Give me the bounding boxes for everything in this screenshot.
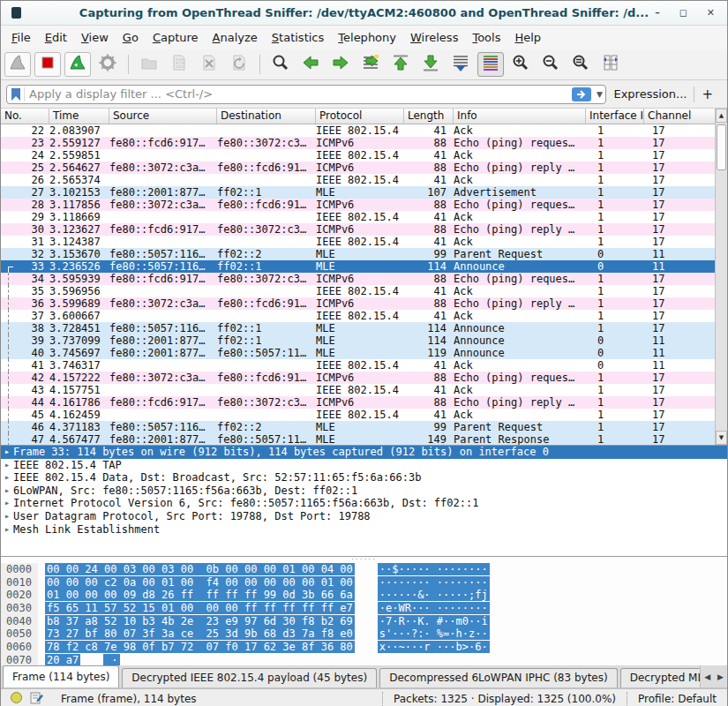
tab-decompressed-6lowpan-iphc-83-bytes[interactable]: Decompressed 6LoWPAN IPHC (83 bytes) [379,668,618,687]
menu-tools[interactable]: Tools [465,28,507,47]
column-header-no[interactable]: No. [1,109,49,124]
close-file-button[interactable] [196,52,222,77]
table-row[interactable]: 413.746317IEEE 802.15.441Ack011 [1,359,715,372]
find-packet-button[interactable] [267,52,294,77]
next-packet-button[interactable] [327,52,354,77]
expand-arrow-icon[interactable]: ▸ [1,459,13,472]
hex-ascii[interactable]: · [103,654,119,665]
menu-statistics[interactable]: Statistics [265,28,331,47]
table-row[interactable]: 283.117856fe80::3072:c3a…fe80::fcd6:91…I… [1,199,715,211]
first-packet-button[interactable] [387,52,414,77]
tab-decrypted-ieee-802-15-4-payload-45-bytes[interactable]: Decrypted IEEE 802.15.4 payload (45 byte… [122,668,377,687]
table-row[interactable]: 303.123627fe80::fcd6:917…fe80::3072:c3…I… [1,223,715,236]
table-row[interactable]: 293.118669IEEE 802.15.441Ack117 [1,211,715,223]
table-row[interactable]: 434.157751IEEE 802.15.441Ack117 [1,384,715,396]
hex-bytes[interactable]: 78 f2 c8 7e 98 0f b7 72 07 f0 17 62 3e 8… [45,641,355,653]
hex-ascii[interactable]: ········ ········ [378,576,490,589]
expand-arrow-icon[interactable]: ▸ [1,523,13,537]
hex-row[interactable]: 007020 a7 · [1,654,727,665]
hex-bytes[interactable]: 00 00 24 00 03 00 03 00 0b 00 00 00 01 0… [45,563,355,575]
stop-capture-button[interactable] [34,52,61,77]
colorize-button[interactable] [477,52,504,77]
table-row[interactable]: 403.745697fe80::2001:877…fe80::5057:11…M… [1,347,715,359]
table-row[interactable]: 313.124387IEEE 802.15.441Ack117 [1,236,715,248]
table-row[interactable]: 373.600667IEEE 802.15.441Ack117 [1,310,715,322]
hex-row[interactable]: 0040b8 37 a8 52 10 b3 4b 2e 23 e9 97 6d … [1,615,727,628]
menu-help[interactable]: Help [507,28,548,47]
open-file-button[interactable] [136,52,162,77]
table-row[interactable]: 444.161786fe80::fcd6:917…fe80::3072:c3…I… [1,396,715,409]
table-row[interactable]: 323.153670fe80::5057:116…ff02::2MLE99Par… [1,248,715,260]
hex-ascii[interactable]: ··$····· ········ [378,563,490,575]
close-button[interactable]: ✕ [707,7,715,19]
expert-info-icon[interactable] [10,691,23,706]
maximize-button[interactable]: ◻ [679,7,687,19]
hex-bytes[interactable]: f5 65 11 57 52 15 01 00 00 00 ff ff ff f… [45,602,355,614]
menu-telephony[interactable]: Telephony [331,28,403,47]
column-header-length[interactable]: Length [404,109,454,124]
table-row[interactable]: 343.595939fe80::fcd6:917…fe80::3072:c3…I… [1,273,715,285]
hex-row[interactable]: 006078 f2 c8 7e 98 0f b7 72 07 f0 17 62 … [1,641,727,654]
expand-arrow-icon[interactable]: ▸ [1,484,13,498]
add-filter-button[interactable]: + [694,86,722,102]
tab-frame-114-bytes[interactable]: Frame (114 bytes) [3,665,119,687]
scrollbar-thumb[interactable] [717,124,726,170]
column-header-source[interactable]: Source [109,109,217,124]
zoom-reset-button[interactable] [567,52,594,77]
hex-bytes[interactable]: b8 37 a8 52 10 b3 4b 2e 23 e9 97 6d 30 f… [45,615,355,627]
column-header-protocol[interactable]: Protocol [316,109,404,124]
table-row[interactable]: 454.162459IEEE 802.15.441Ack117 [1,409,715,421]
hex-row[interactable]: 001000 00 00 c2 0a 00 01 00 f4 00 00 00 … [1,576,727,590]
table-row[interactable]: 262.565374IEEE 802.15.441Ack117 [1,174,715,186]
hex-bytes[interactable]: 00 00 00 c2 0a 00 01 00 f4 00 00 00 00 0… [45,576,355,589]
hex-bytes[interactable]: 73 27 bf 80 07 3f 3a ce 25 3d 9b 68 d3 7… [45,627,355,640]
expand-arrow-icon[interactable]: ▸ [1,471,13,484]
hex-ascii[interactable]: ······&· ·····;fj [378,589,490,601]
hex-row[interactable]: 005073 27 bf 80 07 3f 3a ce 25 3d 9b 68 … [1,627,727,641]
go-to-packet-button[interactable] [357,52,384,77]
table-row[interactable]: 353.596956IEEE 802.15.441Ack117 [1,285,715,297]
capture-comment-icon[interactable] [30,691,43,706]
table-row[interactable]: 273.102153fe80::2001:877…ff02::1MLE107Ad… [1,186,715,199]
expand-arrow-icon[interactable]: ▸ [1,510,13,523]
menu-file[interactable]: File [4,28,38,47]
apply-filter-button[interactable] [572,87,591,101]
scroll-up-icon[interactable]: ▲ [716,109,727,123]
table-row[interactable]: 333.236526fe80::5057:116…ff02::1MLE114An… [1,260,715,273]
hex-bytes[interactable]: 01 00 00 00 09 d8 26 ff ff ff ff 99 0d 3… [45,589,355,601]
table-row[interactable]: 232.559127fe80::fcd6:917…fe80::3072:c3…I… [1,137,715,149]
column-header-interface-id[interactable]: Interface ID [586,109,644,124]
hex-ascii[interactable]: x··~···r ···b>·6· [378,641,490,653]
last-packet-button[interactable] [417,52,444,77]
column-header-destination[interactable]: Destination [217,109,316,124]
hex-bytes[interactable]: 20 a7 [45,654,80,665]
previous-packet-button[interactable] [297,52,324,77]
table-row[interactable]: 363.599689fe80::3072:c3a…fe80::fcd6:91…I… [1,297,715,310]
hex-ascii[interactable]: ·e·WR··· ········ [378,602,490,614]
detail-line[interactable]: ▸6LoWPAN, Src: fe80::5057:1165:f56a:663b… [1,484,727,498]
expand-arrow-icon[interactable]: ▸ [1,497,13,510]
table-row[interactable]: 464.371183fe80::5057:116…ff02::2MLE99Par… [1,421,715,433]
detail-line[interactable]: ▸Frame 33: 114 bytes on wire (912 bits),… [1,446,727,459]
bookmark-icon[interactable] [7,87,25,101]
table-row[interactable]: 474.567477fe80::2001:877…fe80::5057:11…M… [1,433,715,445]
scroll-down-icon[interactable]: ▼ [716,431,727,445]
menu-analyze[interactable]: Analyze [206,28,265,47]
hex-row[interactable]: 000000 00 24 00 03 00 03 00 0b 00 00 00 … [1,563,727,576]
column-header-time[interactable]: Time [49,109,109,124]
minimize-button[interactable]: – [655,7,660,19]
column-header-channel[interactable]: Channel [644,109,715,124]
table-row[interactable]: 222.083907IEEE 802.15.441Ack117 [1,124,715,137]
auto-scroll-button[interactable] [447,52,474,77]
menu-wireless[interactable]: Wireless [403,28,465,47]
start-capture-button[interactable] [4,52,31,77]
table-row[interactable]: 393.737099fe80::2001:877…ff02::1MLE114An… [1,334,715,347]
display-filter-input[interactable] [25,86,572,103]
tab-scroll-left-icon[interactable]: ◀ [704,672,710,681]
status-profile[interactable]: Profile: Default [627,692,727,706]
expression-button[interactable]: Expression... [606,87,694,101]
detail-line[interactable]: ▸User Datagram Protocol, Src Port: 19788… [1,510,727,523]
tab-scroll-right-icon[interactable]: ▶ [717,672,724,681]
detail-line[interactable]: ▸Internet Protocol Version 6, Src: fe80:… [1,497,727,510]
detail-line[interactable]: ▸Mesh Link Establishment [1,523,727,537]
